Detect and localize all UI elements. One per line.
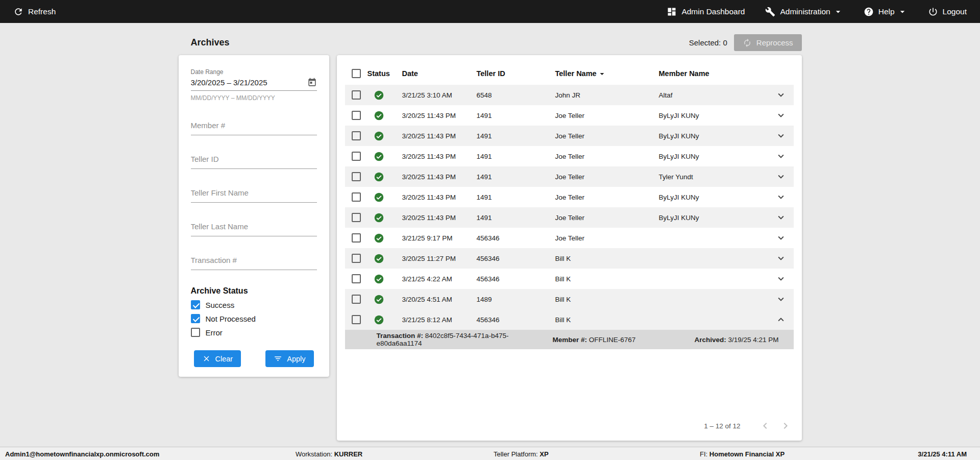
chevron-down-icon bbox=[775, 151, 787, 162]
teller-first-name-input[interactable] bbox=[191, 188, 317, 197]
teller-id-input[interactable] bbox=[191, 155, 317, 163]
filter-panel: Date Range MM/DD/YYYY – MM/DD/YYYY bbox=[179, 55, 329, 377]
column-header-member-name[interactable]: Member Name bbox=[659, 69, 768, 78]
row-checkbox[interactable] bbox=[352, 295, 361, 304]
row-date: 3/20/25 11:43 PM bbox=[402, 112, 477, 119]
calendar-icon[interactable] bbox=[307, 78, 317, 87]
transaction-label: Transaction #: bbox=[377, 332, 424, 340]
table-row[interactable]: 3/20/25 11:43 PM 1491 Joe Teller ByLyJI … bbox=[345, 187, 794, 207]
row-expand-button[interactable] bbox=[768, 314, 794, 325]
row-checkbox[interactable] bbox=[352, 274, 361, 283]
row-checkbox[interactable] bbox=[352, 192, 361, 202]
wrench-icon bbox=[765, 7, 775, 17]
logout-button[interactable]: Logout bbox=[928, 7, 967, 17]
table-row[interactable]: 3/20/25 4:51 AM 1489 Bill K bbox=[345, 289, 794, 309]
member-label: Member #: bbox=[553, 336, 587, 344]
error-checkbox[interactable] bbox=[191, 328, 200, 337]
not-processed-checkbox[interactable] bbox=[191, 314, 200, 323]
archived-label: Archived: bbox=[695, 336, 726, 344]
row-expand-button[interactable] bbox=[768, 89, 794, 101]
row-expand-button[interactable] bbox=[768, 212, 794, 223]
close-icon bbox=[202, 354, 211, 363]
row-checkbox[interactable] bbox=[352, 90, 361, 100]
select-all-checkbox[interactable] bbox=[352, 69, 361, 78]
column-header-status[interactable]: Status bbox=[368, 69, 402, 78]
refresh-button[interactable]: Refresh bbox=[13, 7, 56, 17]
row-checkbox[interactable] bbox=[352, 233, 361, 243]
column-header-date[interactable]: Date bbox=[402, 69, 477, 78]
table-row[interactable]: 3/20/25 11:43 PM 1491 Joe Teller ByLyJI … bbox=[345, 126, 794, 146]
table-row[interactable]: 3/20/25 11:27 PM 456346 Bill K bbox=[345, 248, 794, 269]
date-range-input[interactable] bbox=[191, 78, 307, 87]
chevron-left-icon bbox=[759, 420, 771, 432]
help-menu[interactable]: Help bbox=[864, 7, 908, 17]
teller-last-name-input[interactable] bbox=[191, 222, 317, 231]
transaction-number-input[interactable] bbox=[191, 256, 317, 264]
success-checkbox[interactable] bbox=[191, 300, 200, 309]
clear-button[interactable]: Clear bbox=[194, 350, 241, 367]
table-row[interactable]: 3/21/25 4:22 AM 456346 Bill K bbox=[345, 269, 794, 289]
teller-name-label: Teller Name bbox=[555, 69, 597, 78]
row-member-name: ByLyJI KUNy bbox=[659, 214, 768, 222]
admin-dashboard-button[interactable]: Admin Dashboard bbox=[667, 7, 745, 17]
row-expand-button[interactable] bbox=[768, 253, 794, 264]
row-date: 3/20/25 11:27 PM bbox=[402, 255, 477, 262]
row-expand-button[interactable] bbox=[768, 171, 794, 182]
row-checkbox[interactable] bbox=[352, 172, 361, 181]
row-checkbox[interactable] bbox=[352, 111, 361, 120]
table-row[interactable]: 3/21/25 3:10 AM 6548 John JR Altaf bbox=[345, 85, 794, 105]
row-expand-button[interactable] bbox=[768, 294, 794, 305]
column-header-teller-id[interactable]: Teller ID bbox=[477, 69, 555, 78]
row-teller-id: 1489 bbox=[477, 296, 555, 303]
column-header-teller-name[interactable]: Teller Name bbox=[555, 69, 659, 79]
previous-page-button[interactable] bbox=[758, 419, 772, 433]
row-teller-name: Joe Teller bbox=[555, 193, 659, 201]
status-success-icon bbox=[374, 151, 384, 162]
chevron-down-icon bbox=[775, 110, 787, 121]
reprocess-button[interactable]: Reprocess bbox=[734, 34, 802, 51]
table-row[interactable]: 3/20/25 11:43 PM 1491 Joe Teller ByLyJI … bbox=[345, 207, 794, 228]
row-checkbox[interactable] bbox=[352, 152, 361, 161]
reprocess-icon bbox=[743, 38, 752, 47]
row-teller-name: Bill K bbox=[555, 296, 659, 303]
current-datetime: 3/21/25 4:11 AM bbox=[918, 450, 967, 457]
sort-desc-icon bbox=[597, 69, 607, 79]
pagination-range: 1 – 12 of 12 bbox=[704, 422, 740, 430]
table-row[interactable]: 3/20/25 11:43 PM 1491 Joe Teller ByLyJI … bbox=[345, 105, 794, 126]
table-row[interactable]: 3/20/25 11:43 PM 1491 Joe Teller Tyler Y… bbox=[345, 166, 794, 187]
chevron-down-icon bbox=[775, 89, 787, 101]
row-expand-button[interactable] bbox=[768, 151, 794, 162]
row-member-name: ByLyJI KUNy bbox=[659, 132, 768, 140]
row-expand-button[interactable] bbox=[768, 130, 794, 141]
row-expand-button[interactable] bbox=[768, 273, 794, 284]
administration-menu[interactable]: Administration bbox=[765, 7, 843, 17]
row-checkbox[interactable] bbox=[352, 131, 361, 140]
pagination: 1 – 12 of 12 bbox=[345, 418, 794, 433]
row-checkbox[interactable] bbox=[352, 254, 361, 263]
member-number-input[interactable] bbox=[191, 121, 317, 130]
logged-in-user: Admin1@hometownfinancialxp.onmicrosoft.c… bbox=[5, 450, 159, 457]
row-expand-button[interactable] bbox=[768, 110, 794, 121]
row-expand-button[interactable] bbox=[768, 232, 794, 244]
next-page-button[interactable] bbox=[778, 419, 793, 433]
row-checkbox[interactable] bbox=[352, 213, 361, 222]
table-row[interactable]: 3/21/25 8:12 AM 456346 Bill K bbox=[345, 309, 794, 330]
row-member-name: ByLyJI KUNy bbox=[659, 193, 768, 201]
row-teller-name: Bill K bbox=[555, 255, 659, 262]
table-row[interactable]: 3/20/25 11:43 PM 1491 Joe Teller ByLyJI … bbox=[345, 146, 794, 166]
row-checkbox[interactable] bbox=[352, 315, 361, 324]
chevron-down-icon bbox=[775, 273, 787, 284]
archived-value: 3/19/25 4:21 PM bbox=[728, 336, 779, 344]
status-option-not-processed: Not Processed bbox=[191, 314, 317, 323]
fi-value: Hometown Financial XP bbox=[709, 450, 785, 457]
refresh-icon bbox=[13, 7, 23, 17]
apply-button[interactable]: Apply bbox=[265, 350, 313, 367]
row-expand-button[interactable] bbox=[768, 191, 794, 203]
row-teller-id: 456346 bbox=[477, 234, 555, 242]
status-success-icon bbox=[374, 274, 384, 284]
row-teller-id: 456346 bbox=[477, 255, 555, 262]
status-success-icon bbox=[374, 314, 384, 325]
platform-value: XP bbox=[540, 450, 548, 457]
table-row[interactable]: 3/21/25 9:17 PM 456346 Joe Teller bbox=[345, 228, 794, 248]
row-teller-id: 456346 bbox=[477, 275, 555, 283]
